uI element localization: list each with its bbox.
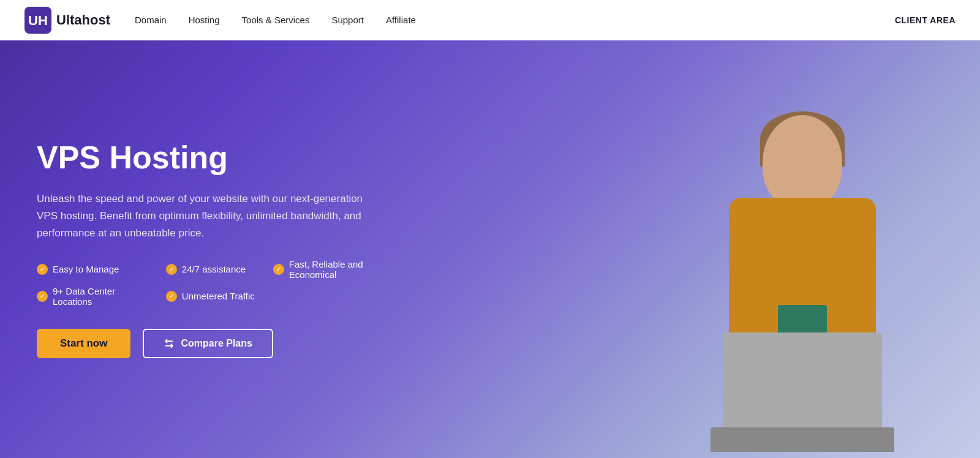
hero-content: VPS Hosting Unleash the speed and power …: [0, 140, 429, 358]
check-icon-4: ✓: [37, 291, 48, 302]
navbar: UH Ultahost Domain Hosting Tools & Servi…: [0, 0, 980, 40]
person-head: [763, 115, 842, 210]
logo-icon: UH: [24, 7, 51, 34]
check-icon-1: ✓: [37, 264, 48, 275]
nav-tools-services[interactable]: Tools & Services: [242, 15, 310, 25]
logo[interactable]: UH Ultahost: [24, 7, 110, 34]
client-area-button[interactable]: CLIENT AREA: [895, 15, 956, 25]
feature-easy-to-manage: ✓ Easy to Manage: [37, 259, 148, 280]
check-icon-5: ✓: [166, 291, 177, 302]
hero-section: VPS Hosting Unleash the speed and power …: [0, 40, 980, 458]
hero-title: VPS Hosting: [37, 140, 392, 175]
nav-affiliate[interactable]: Affiliate: [386, 15, 416, 25]
feature-unmetered-traffic: ✓ Unmetered Traffic: [166, 286, 255, 307]
nav-support[interactable]: Support: [331, 15, 364, 25]
feature-247-assistance: ✓ 24/7 assistance: [166, 259, 255, 280]
check-icon-3: ✓: [273, 264, 284, 275]
hero-image: [551, 40, 980, 458]
compare-plans-button[interactable]: Compare Plans: [143, 329, 273, 358]
person-illustration: [674, 103, 931, 458]
nav-domain[interactable]: Domain: [135, 15, 167, 25]
feature-data-centers: ✓ 9+ Data Center Locations: [37, 286, 148, 307]
hero-buttons: Start now Compare Plans: [37, 329, 392, 358]
nav-links: Domain Hosting Tools & Services Support …: [135, 15, 416, 26]
navbar-left: UH Ultahost Domain Hosting Tools & Servi…: [24, 7, 416, 34]
start-now-button[interactable]: Start now: [37, 329, 130, 358]
logo-text: Ultahost: [56, 12, 110, 28]
check-icon-2: ✓: [166, 264, 177, 275]
feature-fast-reliable: ✓ Fast, Reliable and Economical: [273, 259, 392, 280]
nav-hosting[interactable]: Hosting: [189, 15, 220, 25]
hero-features-grid: ✓ Easy to Manage ✓ 24/7 assistance ✓ Fas…: [37, 259, 392, 307]
compare-icon: [164, 338, 175, 349]
hero-description: Unleash the speed and power of your webs…: [37, 190, 380, 242]
svg-text:UH: UH: [28, 13, 48, 28]
laptop-base: [710, 427, 894, 452]
laptop-screen: [723, 332, 882, 430]
